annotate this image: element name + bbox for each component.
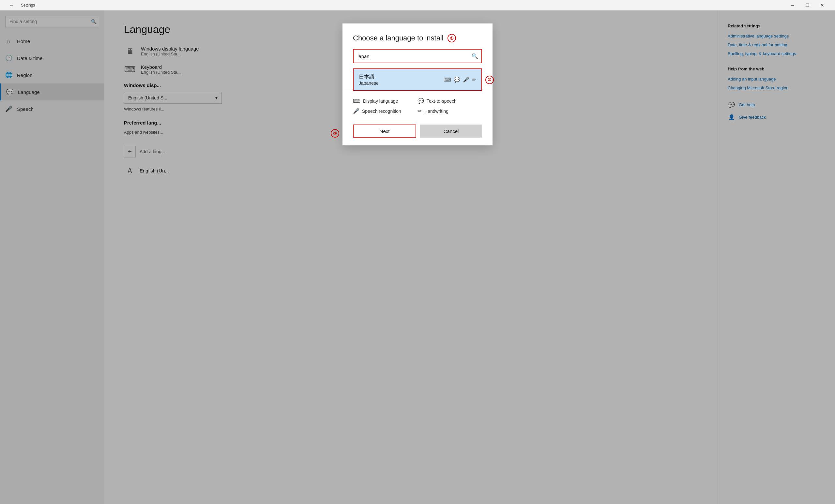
next-button[interactable]: Next xyxy=(353,125,416,138)
feature-tts: 💬 Text-to-speech xyxy=(418,98,482,104)
speech-recognition-icon: 🎤 xyxy=(353,108,360,114)
language-search-wrapper: 🔍 xyxy=(353,49,482,63)
window-controls: ─ ☐ ✕ xyxy=(785,0,830,10)
tts-icon: 💬 xyxy=(418,98,424,104)
close-button[interactable]: ✕ xyxy=(815,0,830,10)
handwriting-icon: ✏ xyxy=(418,108,422,114)
display-lang-cap-icon: ⌨ xyxy=(444,77,451,83)
dialog-title: Choose a language to install xyxy=(353,34,444,42)
maximize-button[interactable]: ☐ xyxy=(800,0,815,10)
feature-speech-recognition: 🎤 Speech recognition xyxy=(353,108,418,114)
lang-result-native: 日本語 xyxy=(359,74,379,81)
feature-label: Text-to-speech xyxy=(427,99,457,104)
dialog-overlay: Choose a language to install ① 🔍 日本語 Jap… xyxy=(0,10,835,504)
app-title: Settings xyxy=(21,3,785,7)
lang-capability-icons: ⌨ 💬 🎤 ✏ xyxy=(444,77,476,83)
cancel-button[interactable]: Cancel xyxy=(420,125,482,138)
language-search-input[interactable] xyxy=(353,49,482,63)
handwriting-cap-icon: ✏ xyxy=(472,77,476,83)
step3-annotation: ③ xyxy=(331,129,339,138)
titlebar: ← Settings ─ ☐ ✕ xyxy=(0,0,835,10)
feature-label: Speech recognition xyxy=(362,109,401,114)
choose-language-dialog: Choose a language to install ① 🔍 日本語 Jap… xyxy=(343,23,492,145)
step2-annotation: ② xyxy=(485,76,494,84)
feature-label: Display language xyxy=(363,99,398,104)
display-lang-icon: ⌨ xyxy=(353,98,361,104)
feature-display-lang: ⌨ Display language xyxy=(353,98,418,104)
speech-cap-icon: 🎤 xyxy=(463,77,469,83)
tts-cap-icon: 💬 xyxy=(454,77,460,83)
search-field-icon: 🔍 xyxy=(472,53,478,59)
feature-handwriting: ✏ Handwriting xyxy=(418,108,482,114)
dialog-features: ⌨ Display language 💬 Text-to-speech 🎤 Sp… xyxy=(343,91,492,119)
feature-label: Handwriting xyxy=(424,109,448,114)
japanese-result-item[interactable]: 日本語 Japanese ⌨ 💬 🎤 ✏ xyxy=(353,68,482,91)
dialog-body: Choose a language to install ① 🔍 日本語 Jap… xyxy=(343,23,492,91)
dialog-footer-wrapper: Next Cancel ③ xyxy=(343,119,492,145)
step1-annotation: ① xyxy=(448,34,456,42)
minimize-button[interactable]: ─ xyxy=(785,0,800,10)
back-button[interactable]: ← xyxy=(5,0,18,10)
lang-result-english: Japanese xyxy=(359,81,379,86)
dialog-footer: Next Cancel xyxy=(343,119,492,145)
